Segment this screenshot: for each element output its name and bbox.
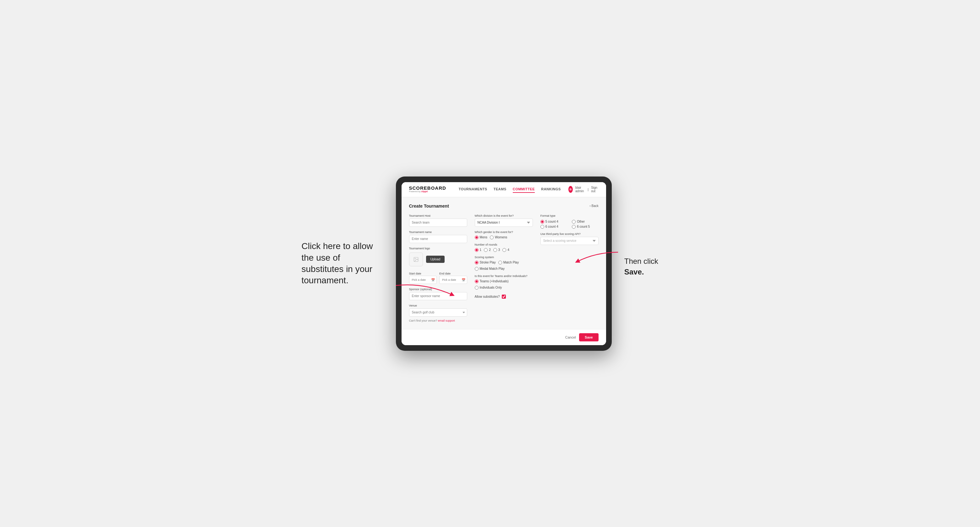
teams-radio[interactable]: [475, 279, 479, 283]
rounds-1-option[interactable]: 1: [475, 248, 482, 252]
venue-label: Venue: [409, 304, 467, 307]
tournament-logo-label: Tournament logo: [409, 247, 467, 250]
format-5count4-radio[interactable]: [541, 220, 544, 224]
medal-match-option[interactable]: Medal Match Play: [475, 267, 504, 271]
sponsor-group: Sponsor (optional): [409, 288, 467, 300]
gender-group: Which gender is the event for? Mens Wome…: [475, 230, 533, 239]
start-date-wrapper: 📅: [409, 276, 437, 284]
sponsor-label: Sponsor (optional): [409, 288, 467, 291]
venue-input[interactable]: [409, 308, 467, 317]
tournament-host-label: Tournament Host: [409, 214, 467, 217]
tournament-host-input[interactable]: [409, 219, 467, 227]
logo-scoreboard: SCOREBOARD: [409, 186, 446, 190]
calendar-icon-start: 📅: [431, 278, 435, 281]
individuals-only-option[interactable]: Individuals Only: [475, 286, 502, 290]
scoring-radio-group: Stroke Play Match Play Medal Match Play: [475, 261, 533, 271]
event-type-group: Is this event for Teams and/or Individua…: [475, 275, 533, 290]
nav-username: blair admin: [575, 186, 585, 193]
gender-label: Which gender is the event for?: [475, 230, 533, 234]
tournament-name-group: Tournament name: [409, 230, 467, 243]
format-type-group: Format type 5 count 4 Other: [541, 214, 598, 229]
tournament-name-input[interactable]: [409, 235, 467, 243]
venue-note: Can't find your venue? email support: [409, 319, 467, 322]
end-date-wrapper: 📅: [439, 276, 467, 284]
start-date-label: Start date: [409, 272, 422, 275]
nav-teams[interactable]: TEAMS: [493, 186, 506, 193]
svg-point-1: [415, 258, 415, 259]
end-date-label: End date: [439, 272, 450, 275]
scoring-system-label: Scoring system: [475, 256, 533, 259]
stroke-play-radio[interactable]: [475, 261, 479, 264]
top-nav: SCOREBOARD Powered by clippd TOURNAMENTS…: [402, 182, 606, 197]
upload-button[interactable]: Upload: [426, 256, 445, 263]
scoring-service-select[interactable]: Select a scoring service: [541, 237, 598, 245]
stroke-play-option[interactable]: Stroke Play: [475, 261, 496, 264]
logo-upload-area: Upload: [409, 252, 467, 266]
allow-subs-group: Allow substitutes?: [475, 293, 533, 299]
match-play-radio[interactable]: [498, 261, 502, 264]
rounds-radio-group: 1 2 3: [475, 248, 533, 252]
rounds-4-radio[interactable]: [503, 248, 506, 252]
event-type-radio-group: Teams (+Individuals) Individuals Only: [475, 279, 533, 290]
format-6count5-radio[interactable]: [572, 225, 576, 229]
format-6count4-option[interactable]: 6 count 4: [541, 225, 567, 229]
avatar: B: [568, 186, 573, 193]
teams-individuals-option[interactable]: Teams (+Individuals): [475, 279, 509, 283]
form-col-3: Format type 5 count 4 Other: [541, 214, 598, 322]
rounds-1-radio[interactable]: [475, 248, 479, 252]
format-type-label: Format type: [541, 214, 598, 217]
gender-womens-option[interactable]: Womens: [490, 235, 507, 239]
scoring-api-label: Use third-party live scoring API?: [541, 232, 598, 235]
rounds-3-option[interactable]: 3: [493, 248, 500, 252]
page-title: Create Tournament: [409, 203, 449, 208]
nav-items: TOURNAMENTS TEAMS COMMITTEE RANKINGS: [459, 186, 561, 193]
logo: SCOREBOARD Powered by clippd: [409, 186, 446, 193]
rounds-2-option[interactable]: 2: [484, 248, 491, 252]
format-6count5-option[interactable]: 6 count 5: [572, 225, 598, 229]
form-footer: Cancel Save: [402, 329, 606, 345]
rounds-2-radio[interactable]: [484, 248, 488, 252]
scoring-api-group: Use third-party live scoring API? Select…: [541, 232, 598, 245]
allow-subs-label: Allow substitutes?: [475, 295, 500, 298]
left-annotation: Click here to allow the use of substitut…: [302, 241, 383, 286]
nav-committee[interactable]: COMMITTEE: [513, 186, 535, 193]
gender-womens-radio[interactable]: [490, 235, 493, 239]
division-select[interactable]: NCAA Division I: [475, 219, 533, 227]
tournament-host-group: Tournament Host: [409, 214, 467, 227]
match-play-option[interactable]: Match Play: [498, 261, 519, 264]
division-group: Which division is the event for? NCAA Di…: [475, 214, 533, 227]
rounds-4-option[interactable]: 4: [503, 248, 509, 252]
nav-signout[interactable]: Sign out: [591, 186, 598, 193]
nav-separator: |: [588, 188, 589, 191]
allow-subs-checkbox[interactable]: [502, 295, 506, 299]
nav-tournaments[interactable]: TOURNAMENTS: [459, 186, 487, 193]
nav-rankings[interactable]: RANKINGS: [541, 186, 561, 193]
individuals-radio[interactable]: [475, 286, 479, 290]
medal-match-radio[interactable]: [475, 267, 479, 271]
format-6count4-radio[interactable]: [541, 225, 544, 229]
tournament-name-label: Tournament name: [409, 230, 467, 234]
format-other-option[interactable]: Other: [572, 220, 598, 224]
venue-group: Venue Can't find your venue? email suppo…: [409, 304, 467, 322]
format-5count4-option[interactable]: 5 count 4: [541, 220, 567, 224]
gender-mens-option[interactable]: Mens: [475, 235, 487, 239]
gender-mens-radio[interactable]: [475, 235, 479, 239]
logo-placeholder-icon: [409, 252, 423, 266]
right-annotation: Then click Save.: [624, 256, 658, 277]
gender-radio-group: Mens Womens: [475, 235, 533, 239]
email-support-link[interactable]: email support: [438, 319, 455, 322]
back-button[interactable]: Back: [589, 204, 598, 208]
cancel-button[interactable]: Cancel: [565, 335, 576, 339]
form-col-2: Which division is the event for? NCAA Di…: [475, 214, 533, 322]
page-header: Create Tournament Back: [409, 203, 598, 208]
division-label: Which division is the event for?: [475, 214, 533, 217]
sponsor-input[interactable]: [409, 292, 467, 300]
scoring-system-group: Scoring system Stroke Play Match Play: [475, 256, 533, 271]
rounds-3-radio[interactable]: [493, 248, 497, 252]
form-grid: Tournament Host Tournament name Tourname…: [409, 214, 598, 322]
save-button[interactable]: Save: [579, 333, 598, 341]
format-other-radio[interactable]: [572, 220, 576, 224]
nav-right: B blair admin | Sign out: [568, 186, 598, 193]
tournament-logo-group: Tournament logo Upload: [409, 247, 467, 266]
calendar-icon-end: 📅: [461, 278, 465, 281]
